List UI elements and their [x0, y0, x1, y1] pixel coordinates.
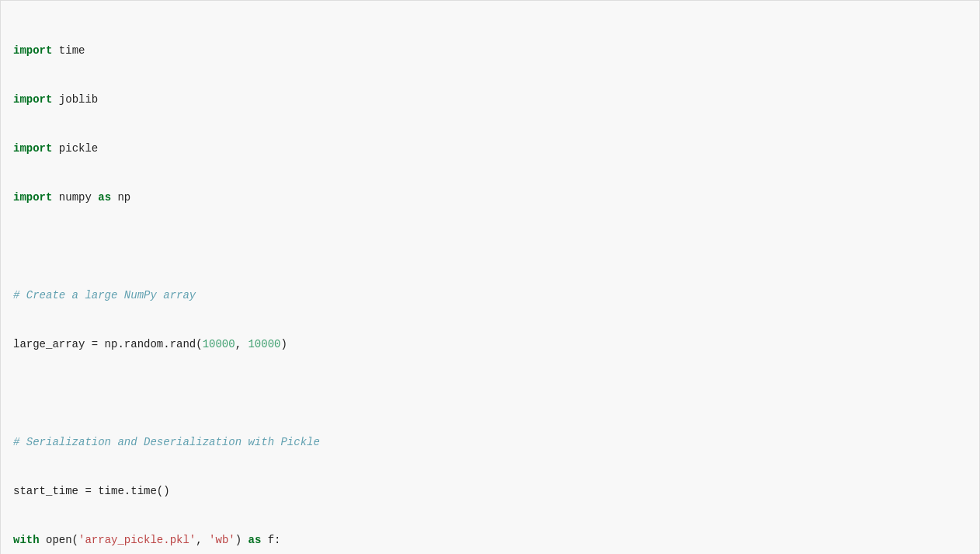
line-11: with open('array_pickle.pkl', 'wb') as f… [13, 532, 967, 549]
line-5 [13, 239, 967, 255]
editor-container: import time import joblib import pickle … [0, 0, 980, 554]
line-9: # Serialization and Deserialization with… [13, 434, 967, 451]
line-8 [13, 385, 967, 402]
line-7: large_array = np.random.rand(10000, 1000… [13, 336, 967, 353]
line-6: # Create a large NumPy array [13, 287, 967, 304]
line-1: import time [13, 43, 967, 59]
line-3: import pickle [13, 141, 967, 157]
line-2: import joblib [13, 92, 967, 108]
code-editor[interactable]: import time import joblib import pickle … [0, 0, 980, 554]
line-10: start_time = time.time() [13, 483, 967, 500]
line-4: import numpy as np [13, 190, 967, 206]
